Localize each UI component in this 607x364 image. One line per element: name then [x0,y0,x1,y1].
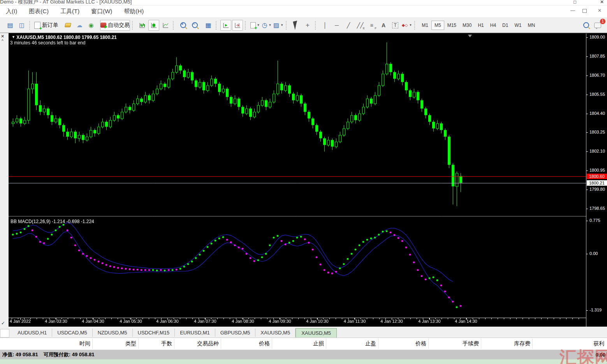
crosshair-button[interactable]: + [302,20,313,31]
title-bar: Demo - 模拟账户 - AT Global Markets LLC - [X… [0,0,607,5]
hline-tool-button[interactable]: ─ [331,20,342,31]
table-column-header[interactable]: 价格 [368,340,426,347]
indicators-button[interactable]: +▼ [250,20,260,31]
dock-check-icon: ✓ [1,320,5,326]
symbol-dropdown-icon[interactable]: ▼ [12,35,15,39]
tabbar-corner [0,329,9,338]
time-axis-label: 4 Jan 06:30 [150,319,185,324]
chat-bubble-icon [594,23,601,28]
timeframe-button-m15[interactable]: M15 [444,21,459,30]
indicators-icon: + [250,22,256,28]
charts-panel-button[interactable]: ▤ [5,20,16,31]
timeframe-button-h1[interactable]: H1 [475,21,487,30]
menu-item[interactable]: 帮助(H) [118,8,150,15]
fibonacci-tool-button[interactable]: ≡F [366,20,377,31]
timeframe-button-m30[interactable]: M30 [459,21,475,30]
new-order-button[interactable]: + 新订单 [34,20,59,31]
time-axis-label: 4 Jan 11:30 [337,319,372,324]
candle-chart-button[interactable] [148,20,159,31]
indicator-axis-label: -1.319 [589,308,602,312]
text-tool-button[interactable]: A [378,20,389,31]
signals-button[interactable]: ◉ [86,20,97,31]
navigator-button[interactable]: ◫ [16,20,27,31]
charts-panel-icon: ▤ [7,21,13,29]
window-maximize-button[interactable]: □ [574,0,576,5]
table-column-header[interactable]: 库存费 [472,340,530,347]
toolbar: ▤ ◫ + 新订单 ☁ ◉ 自动交易 + − ▦ +▼ ◷▼ ▨▼ + │ ─ … [0,18,607,33]
trendline-tool-button[interactable]: ╱ [343,20,354,31]
timeframe-button-h4[interactable]: H4 [487,21,499,30]
price-axis-tick [586,209,588,209]
toolbar-grip [132,21,135,30]
chart-object-button[interactable] [62,20,73,31]
child-close-button[interactable]: ✕ [598,8,602,13]
line-chart-button[interactable] [160,20,171,31]
table-column-header[interactable]: 止损 [266,340,324,347]
chart-window: ✕ ^ ✓ ▼ XAUUSD,M5 1800.62 1800.80 1799.6… [0,33,607,327]
channel-tool-button[interactable]: ╱╱E [355,20,366,31]
new-order-icon: + [34,22,40,29]
chart-tab[interactable]: XAUUSD,M5 [296,328,337,338]
chart-shift-icon [234,22,241,28]
dock-close-icon[interactable]: ✕ [1,34,4,39]
timeframe-button-m1[interactable]: M1 [419,21,431,30]
menu-item[interactable]: 图表(C) [23,8,55,15]
price-chart-canvas[interactable] [9,33,586,327]
notifications-button[interactable]: 1 [592,20,603,31]
chart-tab[interactable]: GBPUSD,M5 [215,329,256,337]
dock-scroll-up-icon[interactable]: ^ [2,39,4,43]
toolbar-grip [414,21,417,30]
autotrade-button[interactable]: 自动交易 [100,20,130,31]
price-axis-tick [586,114,588,114]
auto-scroll-button[interactable] [220,20,231,31]
price-axis-label: 1798.65 [589,206,605,211]
time-axis-label: 4 Jan 07:30 [188,319,223,324]
bar-chart-button[interactable] [137,20,148,31]
chart-tab[interactable]: EURUSD,M1 [175,329,215,337]
indicator-axis-label: 0.00 [589,251,598,256]
column-separator [532,339,533,349]
zoom-in-button[interactable]: + [178,20,188,31]
menu-item[interactable]: 窗口(W) [85,8,118,15]
periods-button[interactable]: ◷▼ [261,20,272,31]
timeframe-button-m5[interactable]: M5 [431,21,444,30]
chart-tab[interactable]: USDCAD,M5 [52,329,93,337]
auto-scroll-icon [222,22,229,28]
tile-windows-button[interactable]: ▦ [203,20,214,31]
price-axis[interactable]: 1800.60 1800.21 1809.001807.851806.70180… [586,33,607,327]
zoom-out-button[interactable]: − [189,20,200,31]
templates-button[interactable]: ▨▼ [273,20,284,31]
time-axis-label: 4 Jan 05:30 [113,319,148,324]
table-column-header[interactable]: 止盈 [318,340,376,347]
time-axis[interactable]: 4 Jan 20224 Jan 03:304 Jan 04:304 Jan 05… [9,318,586,326]
timeframe-button-w1[interactable]: W1 [511,21,524,30]
chart-shift-button[interactable] [232,20,243,31]
table-column-header[interactable]: 手续费 [421,340,479,347]
menu-item[interactable]: 工具(T) [55,8,85,15]
time-axis-label: 4 Jan 12:30 [374,319,409,324]
chart-tab[interactable]: USDCHF,M15 [133,329,175,337]
toolbar-grip [286,21,289,30]
price-axis-label: 1802.10 [589,149,605,153]
child-minimize-button[interactable]: — [570,8,575,13]
last-price-badge: 1800.21 [587,180,607,186]
search-button[interactable] [581,20,591,31]
clock-icon: ◷ [262,21,267,29]
window-close-button[interactable]: ✕ [600,0,604,5]
chart-tab[interactable]: AUDUSD,H1 [12,329,52,337]
arrows-tool-button[interactable]: ◆◇▼ [401,20,412,31]
chart-tab[interactable]: XAUUSD,M5 [255,329,296,337]
cursor-button[interactable] [290,20,301,31]
timeframe-button-mn[interactable]: MN [524,21,538,30]
chart-tab[interactable]: NZDUSD,M5 [93,329,133,337]
market-watch-button[interactable]: ☁ [74,20,85,31]
label-tool-button[interactable]: T [390,20,401,31]
menu-item[interactable]: 入(I) [0,8,23,15]
child-restore-icon[interactable] [582,9,587,13]
indicator-axis-tick [586,221,588,221]
timeframe-button-d1[interactable]: D1 [499,21,511,30]
price-axis-tick [586,56,588,57]
table-column-header[interactable]: 价格 [211,340,270,347]
vline-tool-button[interactable]: │ [320,20,331,31]
table-column-header[interactable]: 交易品种 [160,340,219,347]
